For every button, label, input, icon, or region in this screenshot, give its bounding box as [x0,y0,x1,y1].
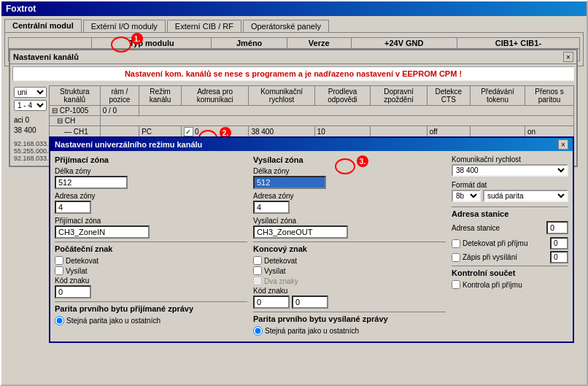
dva-znaky-label: Dva znaky [264,277,298,285]
end-detekovat-check[interactable] [253,256,262,265]
adresa-stanice-label: Adresa stanice [452,224,500,232]
send-adresa-field: Adresa zóny [253,192,446,214]
row-name: ⊟ CH [50,116,101,126]
end-kod-input2[interactable] [292,296,328,309]
adresa-label: Adresa zóny [55,192,247,200]
end-kod-label: Kód znaku [253,287,446,295]
right-panel: Komunikační rychlost 38 400 Formát dat 8… [452,155,568,337]
uni-title-text: Nastavení univerzálního režimu kanálu [55,140,202,149]
delka-field: Délka zóny [55,167,247,189]
end-kod-field: Kód znaku [253,287,446,309]
format-select[interactable]: 8b [452,190,481,202]
detekovat-prijmu-label: Detekovat při příjmu [463,239,548,247]
ip3: 92.168.033.2 [14,155,47,162]
uni-dialog-close[interactable]: × [558,139,568,150]
ip2: 55.255.000.0 [14,147,47,155]
send-delka-label: Délka zóny [253,167,446,175]
th-rezim: Režim kanálu [139,86,182,106]
th-kom: Komunikační rychlost [249,86,314,106]
row-ram: 0 / 0 [100,106,139,116]
delka-input[interactable] [55,176,128,189]
kom-rychlost-field: Komunikační rychlost 38 400 [452,155,568,177]
format-label: Formát dat [452,181,568,189]
mode-select[interactable]: uni [14,87,47,98]
start-vysilat-row: Vysílat [55,266,247,275]
tab-external-io[interactable]: Extérní I/O moduly [83,20,166,32]
parita-recv-label: Stejná parita jako u ostatních [66,317,160,325]
end-kod-input1[interactable] [253,296,290,309]
kontrola-check[interactable] [452,280,460,289]
tab-operator-panels[interactable]: Operátorské panely [243,20,329,32]
send-adresa-input[interactable] [253,201,290,214]
col-type: Typ modulu [92,38,212,49]
col-power: +24V GND [351,38,457,49]
tab-central-module[interactable]: Centrální modul [4,19,82,32]
zapis-vysilani-input[interactable] [550,251,568,263]
table-row[interactable]: ⊟ CH [50,116,574,126]
adresa-input[interactable] [55,201,91,214]
parita-recv-radio-input[interactable] [55,316,64,325]
adresa-stanice-title: Adresa stanice [452,209,568,218]
annotation-label-3: 3. [357,155,368,167]
parita-send-radio: Stejná parita jako u ostatních [253,326,446,336]
prijimaci-field: Přijímací zóna [55,217,247,239]
end-detekovat-row: Detekovat [253,256,446,265]
start-detekovat-row: Detekovat [55,256,247,265]
parita-select[interactable]: sudá parita [483,190,568,202]
check-icon[interactable]: ✓ [184,127,193,136]
vysilaci-label: Vysílací zóna [253,217,446,225]
zapis-vysilani-label: Zápis při vysílání [463,253,548,261]
channel-dialog-title: Nastavení kanálů [13,53,79,61]
end-vysilat-label: Vysílat [264,267,286,275]
detekovat-prijmu-row: Detekovat při příjmu [452,237,568,250]
th-struktura: Struktura kanálů [50,86,101,106]
annotation-label-1: 1. [131,33,143,45]
delka-label: Délka zóny [55,167,247,175]
channel-dialog-close[interactable]: × [563,52,573,62]
vysilaci-input[interactable] [253,225,348,239]
start-kod-input[interactable] [55,285,91,298]
row-empty [100,116,573,126]
prijimaci-input[interactable] [55,225,150,239]
start-detekovat-check[interactable] [55,256,63,265]
parita-recv-title: Parita prvního bytu přijímané zprávy [55,304,247,313]
start-vysilat-label: Vysílat [66,267,88,275]
receiving-col: Přijímací zóna Délka zóny Adresa zóny Př… [55,155,247,337]
col-jmeno: Jméno [212,38,287,49]
dva-znaky-check[interactable] [253,277,262,285]
range-select[interactable]: 1 - 4 [14,100,47,111]
app-title: Foxtrot [6,4,36,14]
kom-rychlost-select[interactable]: 38 400 [452,164,568,177]
tab-external-cib[interactable]: Externí CIB / RF [167,20,241,32]
col-verze: Verze [287,38,351,49]
start-char-title: Počáteční znak [55,244,247,253]
speed-value2: 38 400 [14,126,47,134]
send-delka-field: Délka zóny [253,167,446,189]
start-detekovat-label: Detekovat [66,257,98,265]
app-title-bar: Foxtrot [1,1,587,16]
table-row[interactable]: ⊟ CP-1005 0 / 0 [50,106,574,116]
dva-znaky-row: Dva znaky [253,277,446,285]
uni-content: Přijímací zóna Délka zóny Adresa zóny Př… [50,151,573,341]
send-delka-input[interactable] [253,176,326,189]
th-detekce: Detekce CTS [427,86,470,106]
sending-col: Vysílací zóna Délka zóny Adresa zóny Vys… [253,155,446,337]
detekovat-prijmu-check[interactable] [452,239,460,248]
adresa-field: Adresa zóny [55,192,247,214]
end-vysilat-row: Vysílat [253,266,446,275]
th-dopravni: Dopravní zpoždění [371,86,427,106]
parita-send-label: Stejná parita jako u ostatních [265,327,359,335]
detekovat-prijmu-input[interactable] [550,237,568,250]
col-name [9,38,92,49]
zapis-vysilani-check[interactable] [452,253,460,262]
th-adresa: Adresa pro komunikaci [181,86,248,106]
parita-send-radio-input[interactable] [253,326,263,336]
ip1: 92.168.033.1 [14,140,47,147]
start-vysilat-check[interactable] [55,266,63,275]
kom-rychlost-label: Komunikační rychlost [452,155,568,163]
th-predavani: Předávání tokenu [470,86,525,106]
vysilaci-field: Vysílací zóna [253,217,446,239]
end-vysilat-check[interactable] [253,266,262,275]
adresa-stanice-input[interactable] [546,221,568,234]
th-prenos: Přenos s paritou [525,86,574,106]
